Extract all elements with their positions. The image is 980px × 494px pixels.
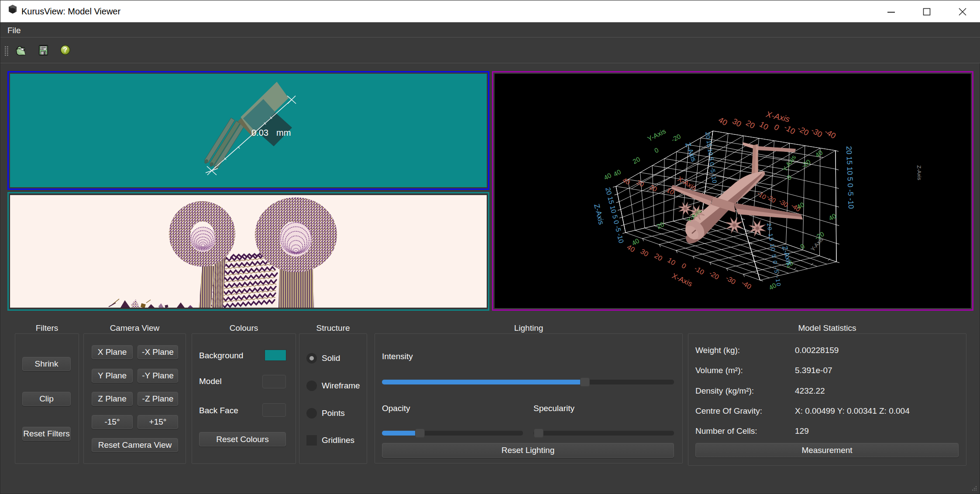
svg-text:-30: -30 xyxy=(810,126,824,139)
svg-text:-20: -20 xyxy=(670,132,682,143)
svg-text:Y-Axis: Y-Axis xyxy=(646,127,667,143)
svg-text:20: 20 xyxy=(648,183,658,193)
svg-text:Z-Axis: Z-Axis xyxy=(592,203,605,225)
svg-text:20 15 10 5 0 -5 -10: 20 15 10 5 0 -5 -10 xyxy=(845,146,855,209)
svg-text:20: 20 xyxy=(653,252,664,262)
svg-text:20: 20 xyxy=(744,118,756,130)
svg-text:?: ? xyxy=(63,46,68,54)
svg-text:-20: -20 xyxy=(800,158,812,169)
svg-text:40: 40 xyxy=(621,176,631,186)
svg-text:0: 0 xyxy=(773,123,781,132)
svg-text:20 15 10 5 0 -5 -10: 20 15 10 5 0 -5 -10 xyxy=(704,131,718,184)
svg-text:-40: -40 xyxy=(823,127,838,140)
svg-text:30: 30 xyxy=(731,117,743,128)
svg-text:-40: -40 xyxy=(740,279,753,291)
svg-text:10: 10 xyxy=(666,256,677,267)
svg-text:10: 10 xyxy=(758,120,770,131)
svg-text:20 15 10 5 0 -5 -10: 20 15 10 5 0 -5 -10 xyxy=(766,223,782,287)
svg-text:-20: -20 xyxy=(796,124,811,137)
svg-text:-20: -20 xyxy=(708,269,721,281)
svg-text:-30: -30 xyxy=(725,274,737,286)
svg-text:-10: -10 xyxy=(783,123,797,136)
svg-text:30: 30 xyxy=(639,247,650,258)
svg-text:-10: -10 xyxy=(693,264,706,276)
svg-text:Z-Axis: Z-Axis xyxy=(781,245,793,266)
svg-text:40: 40 xyxy=(602,172,612,182)
svg-text:mm: mm xyxy=(276,128,291,137)
svg-text:X-Axis: X-Axis xyxy=(765,110,791,124)
svg-text:40: 40 xyxy=(612,168,622,178)
svg-text:40: 40 xyxy=(717,115,729,127)
svg-text:30: 30 xyxy=(635,178,645,188)
svg-text:X-Axis: X-Axis xyxy=(671,271,694,288)
svg-text:0: 0 xyxy=(681,262,688,270)
svg-text:20: 20 xyxy=(631,155,641,165)
svg-text:Z-Axis: Z-Axis xyxy=(916,165,922,180)
svg-text:0: 0 xyxy=(653,146,660,154)
svg-text:0.03: 0.03 xyxy=(251,128,268,137)
